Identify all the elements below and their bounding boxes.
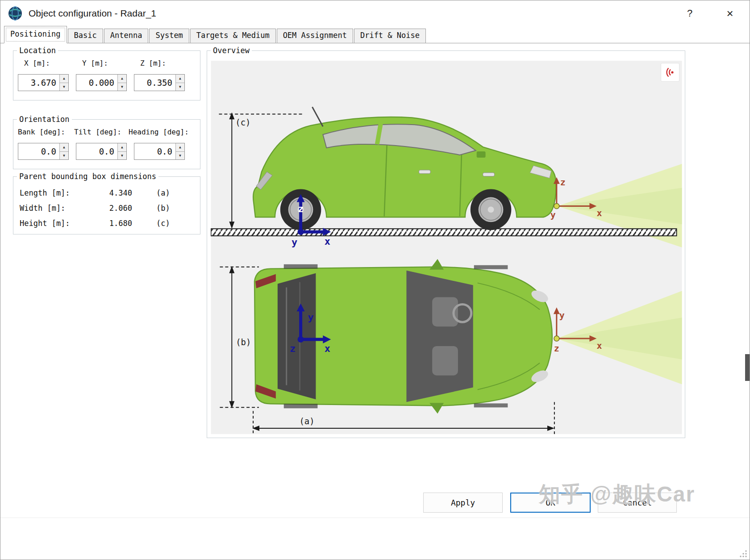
bank-spin-down-icon[interactable]: ▼ <box>60 152 68 160</box>
width-ref: (b) <box>156 204 170 213</box>
sensor-x-axis-label-side: x <box>596 208 602 218</box>
tilt-spinbox: ▲▼ <box>76 143 127 160</box>
window-title: Object configuration - Radar_1 <box>29 8 156 19</box>
overview-canvas: (c) z x y z x y <box>211 61 682 434</box>
tilt-input[interactable] <box>76 143 117 159</box>
height-label: Height [m]: <box>20 219 70 228</box>
tab-positioning[interactable]: Positioning <box>4 26 67 43</box>
overview-diagram: (c) z x y z x y <box>211 61 682 434</box>
orientation-group-label: Orientation <box>17 115 72 124</box>
heading-spin-up-icon[interactable]: ▲ <box>176 143 184 152</box>
resize-grip[interactable] <box>739 550 747 558</box>
sensor-origin-side <box>554 203 559 209</box>
tab-system[interactable]: System <box>149 29 189 43</box>
vehicle-x-axis-label-top: x <box>325 343 330 354</box>
heading-label: Heading [deg]: <box>129 128 189 136</box>
z-position-label: Z [m]: <box>140 59 166 67</box>
width-row: Width [m]: 2.060 (b) <box>20 204 65 213</box>
length-ref: (a) <box>156 188 170 197</box>
heading-spin-down-icon[interactable]: ▼ <box>176 152 184 160</box>
overview-group-label: Overview <box>211 46 252 55</box>
tab-basic[interactable]: Basic <box>68 29 103 43</box>
location-group-label: Location <box>17 46 58 55</box>
cancel-button[interactable]: Cancel <box>598 493 677 513</box>
help-button[interactable]: ? <box>677 3 702 24</box>
bank-input[interactable] <box>18 143 59 159</box>
title-bar: Object configuration - Radar_1 ? × <box>0 0 750 26</box>
location-group: Location X [m]: Y [m]: Z [m]: ▲▼ ▲▼ ▲▼ <box>13 50 200 100</box>
close-button[interactable]: × <box>717 3 742 24</box>
tab-oem-assignment[interactable]: OEM Assignment <box>277 29 353 43</box>
bank-spin-up-icon[interactable]: ▲ <box>60 143 68 152</box>
tilt-label: Tilt [deg]: <box>74 128 121 136</box>
apply-button[interactable]: Apply <box>423 493 503 513</box>
sensor-z-axis-label-top: z <box>554 343 559 354</box>
dimension-b-label: (b) <box>236 337 251 347</box>
car-top-view <box>254 259 552 414</box>
y-position-spinbox: ▲▼ <box>76 74 127 91</box>
dimension-a-label: (a) <box>299 416 314 426</box>
vehicle-y-axis-label: y <box>292 237 297 248</box>
height-row: Height [m]: 1.680 (c) <box>20 219 70 228</box>
length-value: 4.340 <box>80 188 132 197</box>
footer-divider <box>0 518 750 518</box>
z-spin-up-icon[interactable]: ▲ <box>176 75 184 83</box>
seat-right <box>432 346 458 376</box>
radar-waves-icon <box>664 67 676 78</box>
app-icon <box>8 6 23 21</box>
sensor-origin-top <box>554 336 559 341</box>
windshield-interior-top <box>406 271 473 402</box>
radar-sensor-button[interactable] <box>661 63 679 82</box>
page-scrollbar-thumb[interactable] <box>745 354 750 381</box>
ok-button[interactable]: OK <box>510 493 591 513</box>
side-mirror <box>477 151 486 158</box>
y-spin-down-icon[interactable]: ▼ <box>118 83 126 91</box>
sensor-z-axis-label-side: z <box>560 177 566 188</box>
height-value: 1.680 <box>80 219 132 228</box>
dimension-c-label: (c) <box>235 117 250 127</box>
y-position-label: Y [m]: <box>82 59 108 67</box>
y-spin-up-icon[interactable]: ▲ <box>118 75 126 83</box>
rear-window-top <box>278 273 316 400</box>
tilt-spin-down-icon[interactable]: ▼ <box>118 152 126 160</box>
ground-hatch <box>211 229 677 236</box>
length-row: Length [m]: 4.340 (a) <box>20 188 70 197</box>
tab-drift-noise[interactable]: Drift & Noise <box>354 29 426 43</box>
bounding-box-group: Parent bounding box dimensions Length [m… <box>13 176 200 234</box>
z-position-spinbox: ▲▼ <box>134 74 185 91</box>
width-value: 2.060 <box>80 204 132 213</box>
z-spin-down-icon[interactable]: ▼ <box>176 83 184 91</box>
sensor-y-axis-label-side: y <box>550 210 556 220</box>
tab-bar: Positioning Basic Antenna System Targets… <box>0 26 750 43</box>
x-spin-down-icon[interactable]: ▼ <box>60 83 68 91</box>
y-position-input[interactable] <box>76 75 117 91</box>
height-ref: (c) <box>156 219 170 228</box>
vehicle-z-axis-label: z <box>298 203 304 214</box>
x-spin-up-icon[interactable]: ▲ <box>60 75 68 83</box>
length-label: Length [m]: <box>20 188 70 197</box>
orientation-group: Orientation Bank [deg]: Tilt [deg]: Head… <box>13 119 200 169</box>
sensor-y-axis-label-top: y <box>559 310 565 321</box>
bank-spinbox: ▲▼ <box>18 143 69 160</box>
vehicle-z-axis-label-top: z <box>290 343 296 354</box>
heading-input[interactable] <box>134 143 175 159</box>
vehicle-y-axis-label-top: y <box>308 312 313 323</box>
x-position-spinbox: ▲▼ <box>18 74 69 91</box>
front-wheel <box>471 189 512 230</box>
bank-label: Bank [deg]: <box>18 128 65 136</box>
width-label: Width [m]: <box>20 204 65 213</box>
heading-spinbox: ▲▼ <box>134 143 185 160</box>
bounding-box-group-label: Parent bounding box dimensions <box>17 172 158 181</box>
overview-group: Overview <box>207 50 685 438</box>
tab-targets-medium[interactable]: Targets & Medium <box>190 29 276 43</box>
z-position-input[interactable] <box>134 75 175 91</box>
tilt-spin-up-icon[interactable]: ▲ <box>118 143 126 152</box>
sensor-x-axis-label-top: x <box>596 341 602 351</box>
x-position-input[interactable] <box>18 75 59 91</box>
x-position-label: X [m]: <box>24 59 50 67</box>
tab-antenna[interactable]: Antenna <box>104 29 149 43</box>
vehicle-x-axis-label: x <box>325 236 330 247</box>
